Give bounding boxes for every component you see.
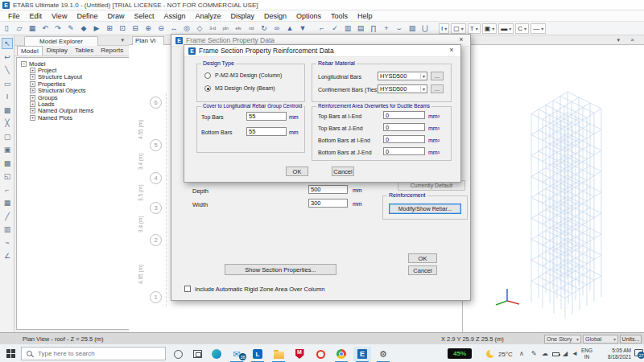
draw-tendon-icon[interactable]: ~ (2, 237, 13, 249)
draw-frame-icon[interactable]: ▭ (2, 78, 13, 89)
lock-model-icon[interactable]: ◆ (77, 23, 90, 34)
chrome-app[interactable] (332, 347, 350, 361)
menu-analyze[interactable]: Analyze (190, 10, 225, 22)
tray-volume-icon[interactable]: ◄ (572, 350, 578, 357)
tree-item-structure-layout[interactable]: +Structure Layout (17, 74, 141, 80)
start-button[interactable] (6, 349, 15, 358)
t-section-button[interactable]: T▾ (468, 23, 481, 34)
shift-story-down-icon[interactable]: ▼ (296, 23, 309, 34)
coord-system-combo[interactable]: Global▾ (583, 335, 618, 343)
window-menu-caret-icon[interactable]: ▾ (617, 37, 620, 43)
quick-draw-braces-icon[interactable]: ▩ (2, 105, 13, 116)
quick-draw-areas-icon[interactable]: ▩ (2, 158, 13, 169)
longitudinal-bars-combo[interactable]: HYSD500 ▾ (378, 72, 427, 80)
top-bars-field[interactable] (246, 112, 287, 121)
red-ring-app[interactable] (312, 347, 329, 361)
draw-floor-icon[interactable]: ▢ (2, 131, 13, 142)
zoom-out-icon[interactable]: ⊖ (155, 23, 167, 34)
new-model-icon[interactable]: ▯ (0, 23, 13, 34)
draw-arc-icon[interactable]: ⌣ (393, 23, 406, 34)
line-section-button[interactable]: —▾ (530, 23, 546, 34)
bottom-j-end-field[interactable] (383, 147, 425, 155)
units-button[interactable]: Units... (620, 335, 642, 343)
menu-display[interactable]: Display (225, 10, 259, 22)
front-dialog-cancel-button[interactable]: Cancel (332, 167, 354, 176)
notification-center-icon[interactable]: 27 (634, 349, 643, 356)
frame-elevation-icon[interactable]: ∏ (367, 23, 380, 34)
tray-chevron-icon[interactable]: ∧ (519, 350, 524, 357)
draw-grid-icon[interactable]: ▦ (2, 197, 13, 208)
tree-item-named-plots[interactable]: +Named Plots (17, 114, 141, 121)
weather-icon[interactable] (486, 350, 494, 358)
reshape-icon[interactable]: ↩ (2, 51, 13, 63)
tree-item-structural-objects[interactable]: +Structural Objects (17, 88, 141, 94)
draw-line-icon[interactable]: ╱ (2, 211, 13, 222)
draw-wall-icon[interactable]: ▣ (2, 144, 13, 155)
rubber-band-zoom-icon[interactable]: ⊞ (103, 23, 116, 34)
draw-rect-area-icon[interactable]: ◱ (2, 171, 13, 182)
bottom-bars-field[interactable] (246, 127, 287, 136)
expand-icon[interactable]: + (30, 74, 35, 80)
dialog-close-icon[interactable]: × (456, 35, 467, 43)
measure-angle-icon[interactable]: ∠ (2, 250, 13, 261)
select-pointer-icon[interactable]: ↖ (2, 38, 13, 49)
expand-icon[interactable]: + (30, 108, 35, 113)
view-plan-icon[interactable]: pln (219, 23, 232, 34)
language-indicator[interactable]: ENG IN (581, 348, 592, 360)
menu-define[interactable]: Define (72, 10, 102, 22)
confinement-bars-browse-button[interactable]: ... (431, 84, 444, 93)
task-view-button[interactable] (188, 347, 206, 361)
mcafee-app[interactable]: M (291, 347, 308, 361)
draw-links-icon[interactable]: ⌐ (2, 184, 13, 195)
modify-show-rebar-button[interactable]: Modify/Show Rebar... (389, 204, 461, 214)
depth-field[interactable] (308, 185, 348, 194)
radio-m3-beam[interactable] (204, 85, 211, 92)
menu-assign[interactable]: Assign (159, 10, 190, 22)
channel-section-button[interactable]: ▬▾ (498, 23, 514, 34)
save-model-icon[interactable]: ▦ (26, 23, 39, 34)
pan-icon[interactable]: ↔ (167, 23, 180, 34)
temperature-text[interactable]: 25°C (498, 351, 513, 358)
window-close-icon[interactable]: × (630, 36, 634, 43)
back-dialog-cancel-button[interactable]: Cancel (408, 265, 437, 275)
run-analysis-icon[interactable]: ▶ (90, 23, 103, 34)
dialog-title-bar[interactable]: E Frame Section Property Reinforcement D… (184, 45, 460, 57)
redo-icon[interactable]: ↷ (52, 23, 64, 34)
shift-story-up-icon[interactable]: ▲ (283, 23, 296, 34)
story-mode-combo[interactable]: One Story▾ (544, 335, 581, 343)
taskbar-search[interactable] (21, 347, 166, 360)
expand-icon[interactable]: + (30, 115, 35, 121)
zoom-in-icon[interactable]: ⊕ (142, 23, 155, 34)
tab-reports[interactable]: Reports (97, 46, 126, 56)
panel-menu-caret-icon[interactable]: ▾ (121, 37, 124, 43)
tray-pen-icon[interactable]: ✎ (531, 350, 537, 357)
menu-file[interactable]: File (3, 10, 25, 22)
menu-edit[interactable]: Edit (25, 10, 47, 22)
undo-icon[interactable]: ↶ (39, 23, 52, 34)
rotate-view-icon[interactable]: ↻ (258, 23, 270, 34)
view-3d-icon[interactable]: 3-d (206, 23, 219, 34)
quick-draw-beam-icon[interactable]: I (2, 91, 13, 102)
tray-signal-icon[interactable]: ◢ (563, 350, 568, 357)
top-j-end-field[interactable] (383, 123, 425, 131)
expand-icon[interactable]: + (30, 81, 35, 87)
menu-view[interactable]: View (47, 10, 72, 22)
back-dialog-ok-button[interactable]: OK (408, 253, 437, 263)
check-model-icon[interactable]: ✓ (328, 23, 341, 34)
menu-options[interactable]: Options (291, 10, 326, 22)
view-named-icon[interactable]: nd (245, 23, 258, 34)
rect-section-button[interactable]: ▢▾ (451, 23, 466, 34)
mesh-view-icon[interactable]: ▨ (406, 23, 419, 34)
edge-app[interactable] (208, 347, 225, 361)
draw-joint-icon[interactable]: ╲ (2, 64, 13, 76)
quick-draw-columns-icon[interactable]: ╳ (2, 117, 13, 129)
three-d-view-canvas[interactable] (463, 45, 644, 332)
dialog-close-icon[interactable]: × (446, 46, 457, 54)
menu-select[interactable]: Select (129, 10, 159, 22)
expand-icon[interactable]: + (30, 95, 35, 101)
width-field[interactable] (308, 199, 348, 208)
etabs-app[interactable]: E (353, 347, 371, 361)
tray-cloud-icon[interactable]: ☁ (542, 350, 548, 357)
edit-icon[interactable]: ✎ (64, 23, 77, 34)
orbit-icon[interactable]: ◎ (180, 23, 193, 34)
